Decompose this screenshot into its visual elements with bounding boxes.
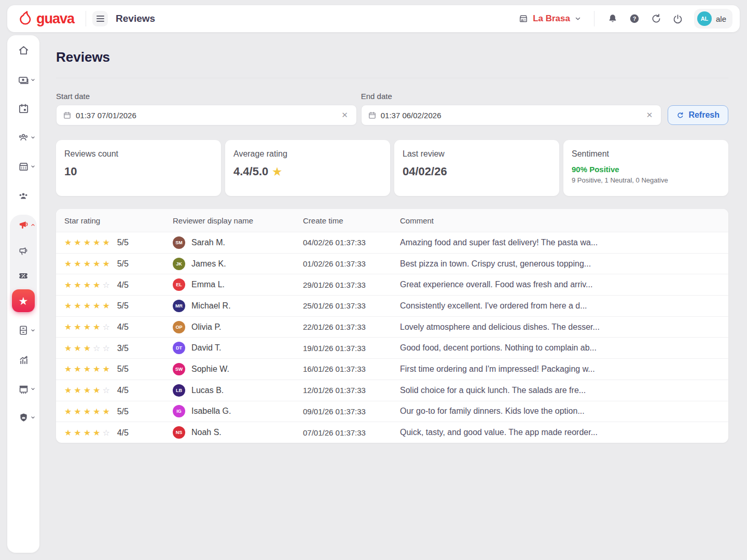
star-filled-icon: ★ bbox=[93, 281, 102, 289]
clear-end-date-icon[interactable]: ✕ bbox=[644, 109, 655, 121]
table-row[interactable]: ★★★★★5/5SMSarah M.04/02/26 01:37:33Amazi… bbox=[56, 232, 728, 253]
user-menu[interactable]: AL ale bbox=[694, 9, 732, 29]
notifications-button[interactable] bbox=[603, 9, 622, 29]
create-time: 09/01/26 01:37:33 bbox=[303, 407, 400, 416]
table-row[interactable]: ★★★★☆4/5LBLucas B.12/01/26 01:37:33Solid… bbox=[56, 380, 728, 401]
reviewer-name: David T. bbox=[191, 343, 222, 353]
stat-card-last-review: Last review 04/02/26 bbox=[394, 140, 559, 196]
rating-label: 5/5 bbox=[117, 407, 129, 416]
table-row[interactable]: ★★★★☆4/5ELEmma L.29/01/26 01:37:33Great … bbox=[56, 274, 728, 295]
star-filled-icon: ★ bbox=[74, 428, 83, 437]
sidebar-item-vouchers[interactable] bbox=[7, 269, 39, 283]
sidebar-item-inventory[interactable] bbox=[7, 323, 39, 338]
star-empty-icon: ☆ bbox=[102, 281, 112, 289]
chevron-down-icon bbox=[31, 328, 35, 333]
reviews-count-value: 10 bbox=[64, 165, 77, 178]
reviewer-avatar: NS bbox=[173, 426, 185, 439]
calendar-icon bbox=[63, 111, 72, 120]
sidebar-item-calendar[interactable] bbox=[7, 101, 39, 116]
chevron-down-icon bbox=[31, 387, 35, 391]
table-row[interactable]: ★★★★☆4/5NSNoah S.07/01/26 01:37:33Quick,… bbox=[56, 422, 728, 443]
sidebar-item-store[interactable] bbox=[7, 382, 39, 396]
reviewer-name: James K. bbox=[191, 259, 226, 269]
average-rating-value: 4.4/5.0 bbox=[233, 165, 268, 178]
review-comment: First time ordering and I'm impressed! P… bbox=[400, 365, 728, 374]
payments-icon bbox=[18, 74, 30, 86]
refresh-button[interactable]: Refresh bbox=[668, 105, 728, 125]
rating-label: 5/5 bbox=[117, 365, 129, 373]
divider bbox=[86, 11, 86, 26]
guava-fruit-icon bbox=[18, 10, 33, 27]
end-date-input[interactable]: 01:37 06/02/2026 ✕ bbox=[361, 105, 662, 125]
reviewer-name: Sophie W. bbox=[191, 365, 229, 374]
sync-button[interactable] bbox=[646, 9, 666, 29]
refresh-label: Refresh bbox=[688, 110, 720, 120]
sidebar-item-marketing[interactable] bbox=[7, 218, 39, 232]
reviewer-name: Emma L. bbox=[191, 280, 225, 289]
menu-toggle-button[interactable] bbox=[92, 11, 108, 26]
reviewer-avatar: DT bbox=[173, 342, 185, 354]
store-name: La Brasa bbox=[533, 13, 570, 24]
rating-label: 4/5 bbox=[117, 323, 129, 331]
last-review-value: 04/02/26 bbox=[403, 165, 447, 178]
start-date-label: Start date bbox=[56, 92, 357, 101]
sidebar-item-payments[interactable] bbox=[7, 73, 39, 87]
review-comment: Quick, tasty, and good value. The app ma… bbox=[400, 428, 728, 437]
rating-label: 4/5 bbox=[117, 428, 129, 437]
table-row[interactable]: ★★★★★5/5MRMichael R.25/01/26 01:37:33Con… bbox=[56, 295, 728, 316]
star-filled-icon: ★ bbox=[102, 259, 112, 268]
start-date-input[interactable]: 01:37 07/01/2026 ✕ bbox=[56, 105, 357, 125]
filter-bar: Start date 01:37 07/01/2026 ✕ End date 0… bbox=[56, 92, 728, 125]
brand-logo[interactable]: guava bbox=[15, 10, 79, 27]
rating-label: 5/5 bbox=[117, 238, 129, 247]
stat-label: Reviews count bbox=[64, 149, 213, 159]
table-row[interactable]: ★★★☆☆3/5DTDavid T.19/01/26 01:37:33Good … bbox=[56, 337, 728, 358]
announcement-icon bbox=[18, 245, 30, 257]
sidebar-item-venue[interactable] bbox=[7, 159, 39, 174]
logout-button[interactable] bbox=[668, 9, 688, 29]
sidebar-item-staff[interactable] bbox=[7, 189, 39, 203]
main-content: Reviews Start date 01:37 07/01/2026 ✕ En… bbox=[48, 32, 740, 443]
stats-row: Reviews count 10 Average rating 4.4/5.0 … bbox=[56, 140, 728, 196]
venue-icon bbox=[18, 161, 30, 173]
star-filled-icon: ★ bbox=[84, 428, 93, 437]
sidebar-item-admin[interactable] bbox=[7, 410, 39, 425]
hamburger-icon bbox=[96, 16, 104, 22]
clear-start-date-icon[interactable]: ✕ bbox=[339, 109, 350, 121]
reviewer-name: Michael R. bbox=[191, 301, 231, 311]
sidebar-item-home[interactable] bbox=[7, 43, 39, 58]
create-time: 19/01/26 01:37:33 bbox=[303, 344, 400, 353]
sidebar-item-reviews-active[interactable]: ★ bbox=[12, 289, 35, 312]
sidebar-item-customers[interactable] bbox=[7, 130, 39, 145]
stat-card-average-rating: Average rating 4.4/5.0 ★ bbox=[225, 140, 390, 196]
create-time: 22/01/26 01:37:33 bbox=[303, 323, 400, 331]
star-filled-icon: ★ bbox=[93, 323, 102, 331]
star-filled-icon: ★ bbox=[84, 407, 93, 416]
table-row[interactable]: ★★★★★5/5JKJames K.01/02/26 01:37:33Best … bbox=[56, 253, 728, 274]
rating-label: 5/5 bbox=[117, 259, 129, 268]
store-selector[interactable]: La Brasa bbox=[514, 10, 586, 27]
calendar-icon bbox=[368, 111, 377, 120]
table-row[interactable]: ★★★★☆4/5OPOlivia P.22/01/26 01:37:33Love… bbox=[56, 316, 728, 338]
reviewer-name: Sarah M. bbox=[191, 238, 225, 247]
review-comment: Good food, decent portions. Nothing to c… bbox=[400, 343, 728, 353]
chevron-up-icon bbox=[31, 223, 35, 228]
star-filled-icon: ★ bbox=[84, 344, 93, 353]
sidebar-item-announcements[interactable] bbox=[7, 244, 39, 258]
table-row[interactable]: ★★★★★5/5IGIsabella G.09/01/26 01:37:33Ou… bbox=[56, 401, 728, 422]
table-row[interactable]: ★★★★★5/5SWSophie W.16/01/26 01:37:33Firs… bbox=[56, 358, 728, 380]
star-filled-icon: ★ bbox=[84, 386, 93, 395]
help-button[interactable]: ? bbox=[625, 9, 644, 29]
star-filled-icon: ★ bbox=[84, 323, 93, 331]
star-filled-icon: ★ bbox=[64, 323, 74, 331]
star-empty-icon: ☆ bbox=[93, 344, 102, 353]
sidebar-item-analytics[interactable] bbox=[7, 353, 39, 367]
column-header-reviewer: Reviewer display name bbox=[173, 216, 303, 225]
rating-label: 5/5 bbox=[117, 301, 129, 310]
stat-label: Average rating bbox=[233, 149, 382, 159]
column-header-comment: Comment bbox=[400, 216, 728, 225]
analytics-icon bbox=[18, 354, 30, 366]
sentiment-breakdown: 9 Positive, 1 Neutral, 0 Negative bbox=[572, 176, 720, 184]
user-name: ale bbox=[716, 15, 726, 23]
sync-icon bbox=[651, 13, 662, 24]
